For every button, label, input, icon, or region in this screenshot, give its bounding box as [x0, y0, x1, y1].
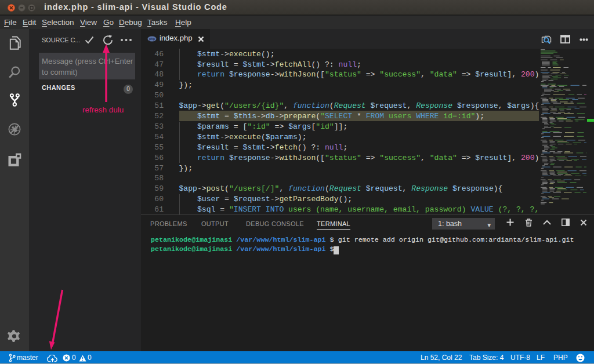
- svg-text:php: php: [149, 37, 155, 41]
